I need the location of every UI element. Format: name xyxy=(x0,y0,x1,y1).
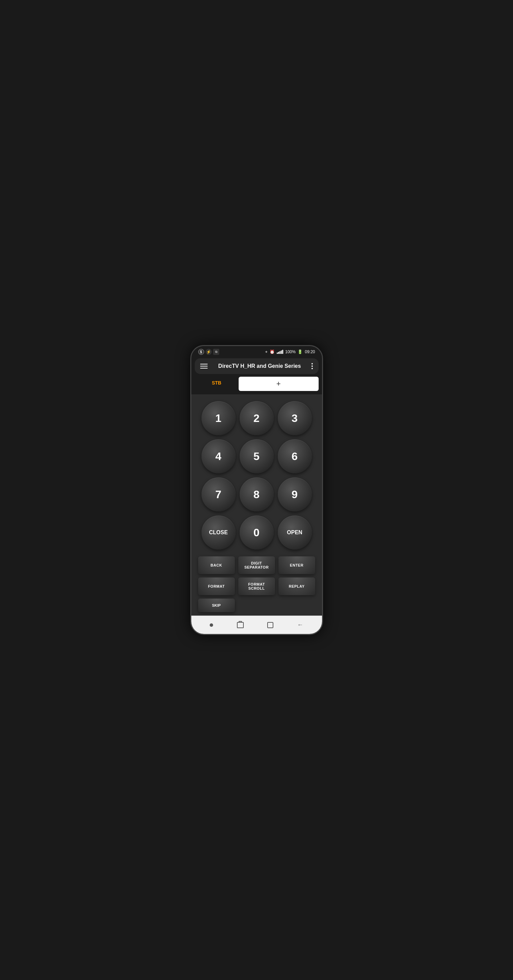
status-right: ⌖ ⏰ 100% 🔋 09:20 xyxy=(265,350,315,354)
signal-bar-2 xyxy=(278,352,279,354)
recents-icon xyxy=(237,622,244,628)
square-icon xyxy=(267,622,273,628)
func-button-skip[interactable]: SKIP xyxy=(198,598,235,612)
numpad-button-0[interactable]: 0 xyxy=(240,515,274,550)
time-display: 09:20 xyxy=(305,350,315,354)
lightning-icon: ⚡ xyxy=(206,349,212,355)
tab-bar: STB + xyxy=(195,377,319,391)
home-square-nav-button[interactable] xyxy=(263,620,277,630)
battery-percent: 100% xyxy=(285,350,296,354)
tab-stb[interactable]: STB xyxy=(195,377,239,391)
signal-bar-5 xyxy=(282,350,283,354)
dollar-icon: $ xyxy=(198,349,204,355)
func-button-format-scroll[interactable]: FORMAT SCROLL xyxy=(238,578,275,595)
func-button-back[interactable]: BACK xyxy=(198,556,235,574)
skip-row: SKIP xyxy=(198,598,315,612)
signal-bar-1 xyxy=(277,353,278,354)
func-row-1: BACKDIGIT SEPARATORENTER xyxy=(198,556,315,574)
func-button-format[interactable]: FORMAT xyxy=(198,578,235,595)
battery-icon: 🔋 xyxy=(298,350,303,354)
home-icon xyxy=(210,624,213,627)
signal-bar-4 xyxy=(281,350,282,354)
numpad-button-1[interactable]: 1 xyxy=(202,401,236,435)
numpad-button-9[interactable]: 9 xyxy=(278,477,312,511)
func-button-replay[interactable]: REPLAY xyxy=(279,578,315,595)
numpad-button-close[interactable]: CLOSE xyxy=(202,515,236,550)
numpad: 123456789CLOSE0OPEN xyxy=(195,398,319,553)
signal-bars xyxy=(277,350,283,354)
status-left: $ ⚡ ⧉ xyxy=(198,349,219,355)
numpad-button-open[interactable]: OPEN xyxy=(278,515,312,550)
back-nav-button[interactable]: ← xyxy=(293,619,307,630)
menu-line-1 xyxy=(200,364,208,364)
app-title: DirecTV H_HR and Genie Series xyxy=(218,363,301,369)
signal-bar-3 xyxy=(279,351,280,354)
numpad-button-6[interactable]: 6 xyxy=(278,439,312,473)
numpad-button-3[interactable]: 3 xyxy=(278,401,312,435)
app-header: DirecTV H_HR and Genie Series xyxy=(195,358,319,374)
barcode-icon: ⧉ xyxy=(213,349,219,355)
status-bar: $ ⚡ ⧉ ⌖ ⏰ 100% 🔋 09:20 xyxy=(191,346,322,356)
back-arrow-icon: ← xyxy=(297,621,303,628)
bottom-nav: ← xyxy=(191,616,322,634)
func-row-2: FORMATFORMAT SCROLLREPLAY xyxy=(198,578,315,595)
menu-line-3 xyxy=(200,368,208,369)
func-button-enter[interactable]: ENTER xyxy=(279,556,315,574)
alarm-icon: ⏰ xyxy=(269,350,275,354)
numpad-button-8[interactable]: 8 xyxy=(240,477,274,511)
numpad-button-4[interactable]: 4 xyxy=(202,439,236,473)
bluetooth-icon: ⌖ xyxy=(265,350,268,354)
func-buttons: BACKDIGIT SEPARATORENTER FORMATFORMAT SC… xyxy=(195,553,319,616)
home-nav-button[interactable] xyxy=(206,621,217,629)
recents-nav-button[interactable] xyxy=(233,620,248,630)
numpad-button-2[interactable]: 2 xyxy=(240,401,274,435)
menu-line-2 xyxy=(200,366,208,366)
tab-add-button[interactable]: + xyxy=(239,377,319,391)
hamburger-menu-button[interactable] xyxy=(200,364,208,369)
more-options-button[interactable] xyxy=(311,363,313,369)
numpad-button-5[interactable]: 5 xyxy=(240,439,274,473)
numpad-button-7[interactable]: 7 xyxy=(202,477,236,511)
main-content: 123456789CLOSE0OPEN BACKDIGIT SEPARATORE… xyxy=(191,395,322,616)
phone-frame: $ ⚡ ⧉ ⌖ ⏰ 100% 🔋 09:20 DirecTV H_HR an xyxy=(190,345,323,635)
func-button-digit-separator[interactable]: DIGIT SEPARATOR xyxy=(238,556,275,574)
